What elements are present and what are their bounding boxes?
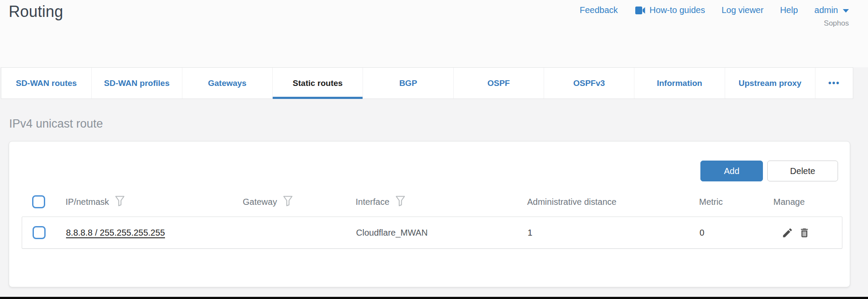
tab-upstream-proxy[interactable]: Upstream proxy (725, 68, 815, 99)
help-link[interactable]: Help (780, 5, 798, 15)
column-header-manage: Manage (773, 197, 805, 207)
page-header: Routing Feedback How-to guides Log viewe… (0, 0, 868, 67)
admin-distance-value: 1 (528, 228, 700, 238)
table-header-row: IP/netmask Gateway Interface Administrat… (22, 187, 842, 217)
routing-tabbar: SD-WAN routes SD-WAN profiles Gateways S… (1, 67, 853, 99)
delete-button[interactable]: Delete (767, 161, 838, 181)
log-viewer-link[interactable]: Log viewer (722, 5, 764, 15)
interface-value: Cloudflare_MWAN (356, 228, 528, 238)
howto-guides-link[interactable]: How-to guides (634, 5, 705, 15)
tab-ospfv3[interactable]: OSPFv3 (544, 68, 634, 99)
column-header-interface: Interface (356, 197, 389, 207)
add-button[interactable]: Add (700, 161, 763, 181)
card-toolbar: Add Delete (9, 141, 850, 181)
metric-value: 0 (700, 228, 774, 238)
filter-funnel-icon[interactable] (283, 196, 293, 209)
bottom-edge-bar (0, 297, 868, 299)
section-title: IPv4 unicast route (9, 117, 103, 131)
table-row: 8.8.8.8 / 255.255.255.255 Cloudflare_MWA… (22, 217, 842, 249)
tab-bgp[interactable]: BGP (363, 68, 453, 99)
row-checkbox[interactable] (33, 226, 46, 239)
routing-page: Routing Feedback How-to guides Log viewe… (0, 0, 868, 299)
admin-menu[interactable]: admin (815, 5, 849, 15)
tab-sdwan-routes[interactable]: SD-WAN routes (1, 68, 92, 99)
tab-sdwan-profiles[interactable]: SD-WAN profiles (92, 68, 182, 99)
feedback-link[interactable]: Feedback (580, 5, 618, 15)
chevron-down-icon (843, 9, 849, 13)
brand-label: Sophos (824, 19, 849, 28)
select-all-checkbox[interactable] (32, 195, 45, 208)
column-header-metric: Metric (699, 197, 723, 207)
header-quick-links: Feedback How-to guides Log viewer Help a… (580, 5, 849, 15)
tab-overflow-ellipsis-icon[interactable]: ••• (815, 68, 853, 99)
tab-gateways[interactable]: Gateways (182, 68, 273, 99)
routes-card: Add Delete IP/netmask Gateway Interface (9, 141, 850, 287)
column-header-admin-distance: Administrative distance (527, 197, 617, 207)
route-link[interactable]: 8.8.8.8 / 255.255.255.255 (66, 228, 165, 237)
video-camera-icon (634, 6, 646, 15)
tab-static-routes[interactable]: Static routes (273, 68, 363, 99)
tab-ospf[interactable]: OSPF (454, 68, 544, 99)
page-title: Routing (9, 3, 63, 21)
column-header-ip-netmask: IP/netmask (66, 197, 109, 207)
filter-funnel-icon[interactable] (115, 196, 125, 209)
delete-trash-icon[interactable] (799, 227, 810, 239)
tab-information[interactable]: Information (634, 68, 725, 99)
filter-funnel-icon[interactable] (396, 196, 405, 209)
column-header-gateway: Gateway (243, 197, 277, 207)
edit-pencil-icon[interactable] (782, 227, 793, 239)
